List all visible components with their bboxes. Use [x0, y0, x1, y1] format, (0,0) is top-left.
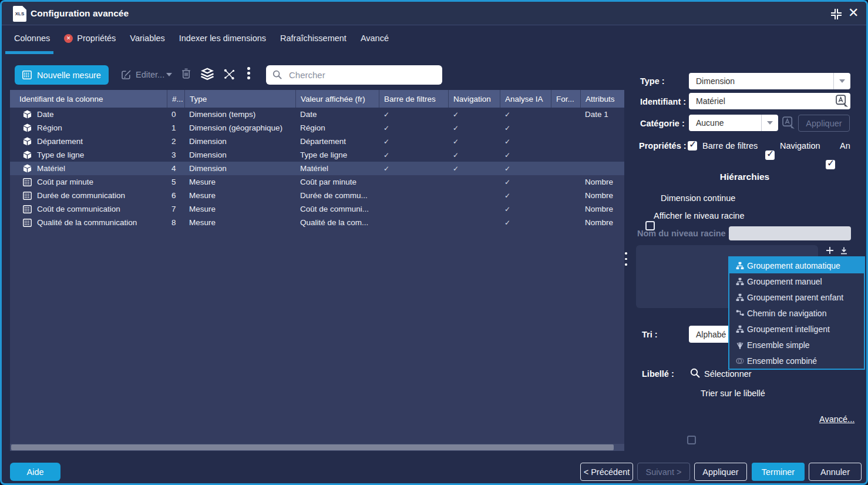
more-options-kebab-icon[interactable]: [247, 67, 250, 79]
search-icon: [272, 70, 282, 80]
hierarchies-title: Hiérarchies: [636, 172, 853, 182]
trier-libelle-checkbox[interactable]: [687, 436, 696, 444]
categorie-select[interactable]: Aucune: [689, 115, 778, 131]
tab-proprietes[interactable]: ✕ Propriétés: [64, 34, 116, 43]
dimension-cube-icon: [23, 110, 32, 119]
tab-rafraichissement[interactable]: Rafraîchissement: [280, 34, 346, 43]
navigation-checkbox-label: Navigation: [780, 141, 820, 150]
xls-file-icon: XLS: [13, 6, 26, 22]
restore-window-icon[interactable]: [830, 8, 843, 21]
column-header[interactable]: Attributs: [580, 90, 624, 108]
close-icon[interactable]: ✕: [848, 5, 859, 21]
menu-item-groupement-intelligent[interactable]: Groupement intelligent: [729, 321, 864, 337]
measure-abacus-icon: [23, 205, 32, 213]
analyse-checkbox-label: An: [840, 141, 850, 150]
navigation-checkbox[interactable]: [765, 150, 775, 160]
identifiant-label: Identifiant :: [640, 97, 686, 106]
edit-pencil-icon[interactable]: [121, 69, 132, 80]
abacus-icon: [22, 71, 32, 79]
suivant-button[interactable]: Suivant >: [637, 463, 690, 481]
table-row[interactable]: Date 0Dimension (temps) Date✓ ✓✓ Date 1: [10, 108, 624, 121]
barre-filtres-checkbox-label: Barre de filtres: [702, 141, 758, 150]
delete-trash-icon[interactable]: [181, 68, 191, 79]
nom-niveau-racine-input[interactable]: [729, 226, 851, 240]
dimension-cube-icon: [23, 137, 32, 146]
terminer-button[interactable]: Terminer: [752, 463, 805, 481]
menu-item-groupement-manuel[interactable]: Groupement manuel: [729, 273, 864, 289]
edit-button-label[interactable]: Editer...: [136, 70, 164, 79]
table-row[interactable]: Durée de communication 6Mesure Durée de …: [10, 189, 624, 202]
annuler-button[interactable]: Annuler: [809, 463, 862, 481]
dimension-cube-icon: [23, 150, 32, 159]
error-badge-icon: ✕: [64, 34, 73, 43]
overlapping-circles-icon: [736, 357, 744, 365]
table-header-row: Identifiant de la colonne #... Type Vale…: [10, 90, 624, 108]
aide-button[interactable]: Aide: [10, 463, 60, 481]
table-row[interactable]: Coût par minute 5Mesure Coût par minute …: [10, 175, 624, 189]
title-bar: [2, 2, 866, 25]
tab-colonnes[interactable]: Colonnes: [14, 34, 50, 43]
measure-abacus-icon: [23, 178, 32, 186]
barre-filtres-checkbox[interactable]: [688, 141, 697, 150]
org-chart-icon: [736, 262, 744, 270]
chevron-down-icon[interactable]: [833, 73, 850, 89]
layers-icon[interactable]: [200, 68, 214, 80]
column-header[interactable]: Valeur affichée (fr): [295, 90, 379, 108]
chevron-down-icon[interactable]: [761, 115, 778, 131]
org-chart-icon: [736, 293, 744, 302]
appliquer-button[interactable]: Appliquer: [694, 463, 747, 481]
nom-niveau-racine-label: Nom du niveau racine :: [637, 229, 731, 238]
translate-icon[interactable]: [836, 95, 849, 108]
table-row[interactable]: Région 1Dimension (géographique) Région✓…: [10, 121, 624, 135]
new-measure-button[interactable]: Nouvelle mesure: [15, 65, 109, 85]
menu-item-groupement-parent-enfant[interactable]: Groupement parent enfant: [729, 289, 864, 305]
tab-indexer-dimensions[interactable]: Indexer les dimensions: [179, 34, 266, 43]
active-tab-indicator: [5, 51, 53, 54]
table-row[interactable]: Type de ligne 3Dimension Type de ligne✓ …: [10, 148, 624, 162]
menu-item-ensemble-combine[interactable]: Ensemble combiné: [729, 353, 864, 369]
tab-bar: Colonnes ✕ Propriétés Variables Indexer …: [14, 34, 389, 43]
libelle-selectionner[interactable]: Sélectionner: [704, 369, 752, 379]
search-input[interactable]: [288, 69, 436, 81]
tab-avance[interactable]: Avancé: [361, 34, 389, 43]
horizontal-scrollbar-thumb[interactable]: [11, 444, 614, 450]
tri-label: Tri :: [642, 330, 658, 339]
edit-dropdown-caret-icon[interactable]: [166, 73, 172, 76]
afficher-niveau-racine-label: Afficher le niveau racine: [654, 211, 745, 220]
tab-variables[interactable]: Variables: [130, 34, 164, 43]
dimension-continue-label: Dimension continue: [661, 193, 735, 203]
avance-link[interactable]: Avancé...: [819, 414, 854, 424]
trier-libelle-label: Trier sur le libellé: [701, 389, 765, 398]
libelle-search-icon[interactable]: [690, 368, 701, 379]
column-header[interactable]: Type: [184, 90, 295, 108]
type-label: Type :: [640, 76, 665, 86]
add-hierarchy-plus-icon[interactable]: [825, 246, 835, 255]
menu-item-chemin-navigation[interactable]: Chemin de navigation: [729, 305, 864, 321]
transform-molecule-icon[interactable]: [223, 68, 235, 81]
precedent-button[interactable]: < Précédent: [580, 463, 633, 481]
column-header[interactable]: For...: [551, 90, 580, 108]
column-header[interactable]: Analyse IA: [500, 90, 551, 108]
identifiant-input[interactable]: Matériel: [689, 93, 850, 109]
column-header[interactable]: Barre de filtres: [379, 90, 448, 108]
navigation-path-icon: [736, 309, 744, 317]
translate-icon-disabled[interactable]: [782, 116, 795, 129]
table-row[interactable]: Coût de communication 7Mesure Coût de co…: [10, 202, 624, 216]
panel-resize-handle[interactable]: [625, 252, 627, 266]
categorie-label: Catégorie :: [640, 119, 685, 128]
import-hierarchy-icon[interactable]: [839, 246, 849, 256]
analyse-checkbox[interactable]: [826, 160, 835, 169]
column-header[interactable]: Navigation: [448, 90, 500, 108]
table-row-selected[interactable]: Matériel 4Dimension Matériel✓ ✓✓: [10, 162, 624, 175]
menu-item-groupement-automatique[interactable]: Groupement automatique: [729, 257, 864, 273]
column-header[interactable]: Identifiant de la colonne: [10, 90, 167, 108]
categorie-apply-button[interactable]: Appliquer: [798, 115, 850, 132]
dimension-cube-icon: [23, 123, 32, 132]
column-header[interactable]: #...: [167, 90, 184, 108]
table-row[interactable]: Qualité de la communication 8Mesure Qual…: [10, 216, 624, 229]
type-select[interactable]: Dimension: [689, 73, 850, 89]
dimension-cube-icon: [23, 164, 32, 173]
org-chart-icon: [736, 277, 744, 286]
menu-item-ensemble-simple[interactable]: Ensemble simple: [729, 337, 864, 353]
table-row[interactable]: Département 2Dimension Département✓ ✓✓: [10, 135, 624, 148]
